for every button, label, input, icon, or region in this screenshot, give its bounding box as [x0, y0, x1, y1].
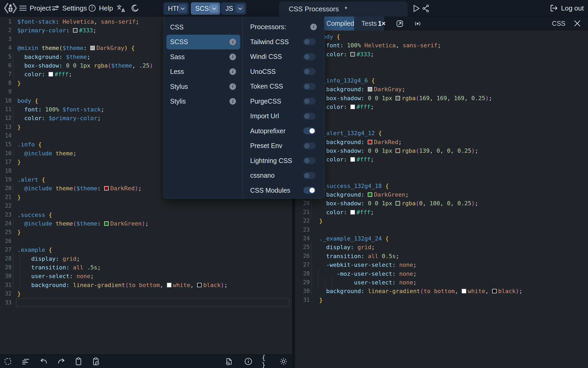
code-line[interactable]: 22: [0, 202, 292, 210]
toggle-token-css[interactable]: [303, 83, 316, 90]
code-line[interactable]: 29 transition: all .5s;: [0, 263, 292, 272]
language-option-scss[interactable]: SCSSi: [166, 35, 240, 50]
color-swatch[interactable]: [49, 72, 53, 76]
code-line[interactable]: 13 background: DarkRed;: [295, 138, 588, 146]
code-line[interactable]: 30 background: linear-gradient(to bottom…: [295, 287, 588, 295]
code-line[interactable]: 32}: [0, 289, 292, 298]
live-reload-broadcast-icon[interactable]: [413, 19, 422, 28]
code-line[interactable]: 25}: [0, 228, 292, 237]
language-option-stylis[interactable]: Stylisi: [166, 94, 240, 109]
info-icon[interactable]: i: [229, 98, 236, 105]
code-line[interactable]: 11: [295, 120, 588, 129]
code-line[interactable]: 23: [295, 226, 588, 234]
toggle-autoprefixer[interactable]: [303, 127, 316, 134]
code-line[interactable]: 19 background: DarkGreen;: [295, 190, 588, 199]
info-icon[interactable]: i: [229, 54, 236, 60]
color-swatch[interactable]: [350, 157, 355, 162]
code-line[interactable]: 26: [0, 237, 292, 246]
code-line[interactable]: 12._alert_132g4_12 {: [295, 129, 588, 137]
code-line[interactable]: 10}: [295, 111, 588, 120]
code-line[interactable]: 28 -moz-user-select: none;: [295, 269, 588, 278]
chevron-down-icon[interactable]: [210, 4, 218, 13]
code-line[interactable]: 25 display: grid;: [295, 243, 588, 252]
code-line[interactable]: 28 display: grid;: [0, 254, 292, 263]
chevron-down-icon[interactable]: [236, 4, 244, 13]
color-swatch[interactable]: [197, 283, 202, 287]
format-code-icon[interactable]: [22, 357, 30, 366]
gear-icon[interactable]: [279, 357, 288, 366]
code-line[interactable]: 21 color: #fff;: [295, 208, 588, 217]
code-line[interactable]: 6._info_132g4_6 {: [295, 76, 588, 85]
code-line[interactable]: 22}: [295, 217, 588, 225]
code-line[interactable]: 27 -webkit-user-select: none;: [295, 260, 588, 269]
code-line[interactable]: 26 transition: all 0.5s;: [295, 252, 588, 260]
code-line[interactable]: 1body {: [295, 32, 588, 41]
toggle-windi-css[interactable]: [303, 53, 316, 60]
color-swatch[interactable]: [104, 221, 109, 226]
info-icon[interactable]: i: [229, 83, 236, 90]
language-option-sass[interactable]: Sassi: [166, 49, 240, 64]
language-option-less[interactable]: Lessi: [166, 64, 240, 79]
open-in-new-icon[interactable]: [395, 19, 404, 28]
color-swatch[interactable]: [462, 289, 466, 293]
toggle-preset-env[interactable]: [303, 142, 316, 149]
run-button[interactable]: [412, 4, 421, 13]
color-swatch[interactable]: [350, 210, 355, 214]
color-swatch[interactable]: [350, 52, 355, 57]
braces-icon[interactable]: { }: [262, 357, 270, 366]
code-line[interactable]: 31 background: linear-gradient(to bottom…: [0, 281, 292, 289]
file-link-icon[interactable]: [225, 357, 233, 366]
code-line[interactable]: 3 color: #333;: [295, 50, 588, 59]
code-line[interactable]: 9 color: #fff;: [295, 103, 588, 111]
color-swatch[interactable]: [350, 105, 355, 109]
language-option-css[interactable]: CSS: [166, 20, 240, 35]
toggle-lightning-css[interactable]: [303, 157, 316, 164]
code-line[interactable]: 20 box-shadow: 0 0 1px rgba(0, 100, 0, 0…: [295, 199, 588, 208]
code-line[interactable]: 14 box-shadow: 0 0 1px rgba(139, 0, 0, 0…: [295, 146, 588, 155]
logout-button[interactable]: Log out: [550, 0, 584, 16]
file-tab-scss[interactable]: SCSS: [191, 2, 220, 15]
color-swatch[interactable]: [492, 289, 497, 293]
menu-settings[interactable]: Settings: [52, 0, 87, 16]
code-line[interactable]: 8 box-shadow: 0 0 1px rgba(169, 169, 169…: [295, 94, 588, 103]
file-tab-html[interactable]: HTML: [164, 2, 189, 15]
zoom-level-button[interactable]: 1×: [378, 16, 386, 30]
translate-icon[interactable]: A: [116, 4, 126, 13]
code-line[interactable]: 4}: [295, 59, 588, 67]
compiled-output-editor[interactable]: 1body {2 font: 100% Helvetica, sans-seri…: [295, 30, 588, 368]
color-swatch[interactable]: [167, 283, 171, 287]
info-icon[interactable]: i: [229, 39, 236, 45]
info-icon[interactable]: i: [310, 24, 317, 30]
color-swatch[interactable]: [396, 96, 400, 100]
chevron-down-icon[interactable]: [178, 4, 187, 13]
code-line[interactable]: 23.success {: [0, 211, 292, 219]
tab-css-processors[interactable]: CSS Processors *: [279, 2, 408, 17]
color-swatch[interactable]: [368, 87, 372, 91]
code-line[interactable]: 24 @include theme($theme: DarkGreen);: [0, 219, 292, 228]
color-swatch[interactable]: [396, 149, 400, 153]
code-line[interactable]: 30 user-select: none;: [0, 272, 292, 280]
code-line[interactable]: 18._success_132g4_18 {: [295, 182, 588, 190]
color-swatch[interactable]: [396, 201, 400, 206]
toggle-import-url[interactable]: [303, 113, 316, 120]
toggle-unocss[interactable]: [303, 68, 316, 75]
toggle-tailwind-css[interactable]: [303, 38, 316, 45]
info-icon[interactable]: [244, 357, 253, 366]
code-line[interactable]: 2 font: 100% Helvetica, sans-serif;: [295, 41, 588, 50]
code-line[interactable]: 15 color: #fff;: [295, 155, 588, 164]
color-swatch[interactable]: [368, 140, 372, 144]
code-line[interactable]: 17: [295, 173, 588, 181]
code-line[interactable]: 16}: [295, 164, 588, 173]
undo-icon[interactable]: [40, 357, 48, 366]
code-line[interactable]: 33: [0, 298, 292, 307]
color-swatch[interactable]: [90, 46, 95, 50]
file-tab-js[interactable]: JS: [221, 2, 246, 15]
select-all-icon[interactable]: [4, 357, 12, 366]
toggle-cssnano[interactable]: [303, 172, 316, 179]
share-icon[interactable]: [421, 4, 430, 13]
redo-icon[interactable]: [57, 357, 65, 366]
toggle-css-modules[interactable]: [303, 187, 316, 194]
code-line[interactable]: 24._example_132g4_24 {: [295, 234, 588, 243]
language-option-stylus[interactable]: Stylusi: [166, 79, 240, 94]
menu-project[interactable]: Project: [19, 0, 51, 16]
